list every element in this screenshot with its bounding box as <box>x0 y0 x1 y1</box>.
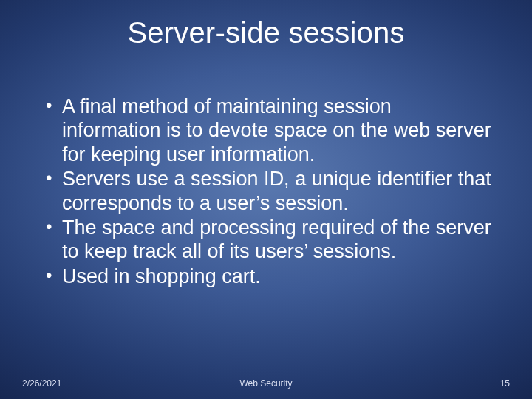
bullet-list: A final method of maintaining session in… <box>43 95 495 288</box>
slide-title: Server-side sessions <box>0 16 532 50</box>
list-item: A final method of maintaining session in… <box>43 95 495 166</box>
slide-body: A final method of maintaining session in… <box>43 95 495 289</box>
list-item: Used in shopping cart. <box>43 265 495 288</box>
footer-page-number: 15 <box>500 378 510 389</box>
slide-footer: 2/26/2021 Web Security 15 <box>0 374 532 389</box>
list-item: Servers use a session ID, a unique ident… <box>43 167 495 215</box>
list-item: The space and processing required of the… <box>43 216 495 264</box>
footer-title: Web Security <box>0 378 532 389</box>
slide: Server-side sessions A final method of m… <box>0 0 532 399</box>
